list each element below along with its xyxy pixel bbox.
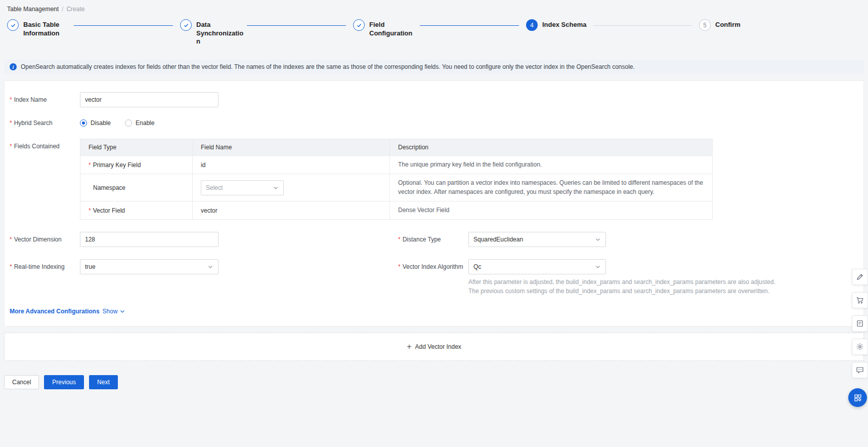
chevron-down-icon [595, 236, 601, 242]
hybrid-search-row: *Hybrid Search Disable Enable [10, 119, 863, 127]
more-advanced-configurations-link[interactable]: More Advanced Configurations Show [10, 308, 863, 315]
step-basic-table-information[interactable]: Basic Table Information [7, 19, 71, 37]
vector-index-algorithm-note: After this parameter is adjusted, the bu… [468, 278, 776, 296]
step-5-label: Confirm [715, 19, 763, 29]
step-3-label: Field Configuration [369, 19, 417, 37]
vector-index-algorithm-select[interactable]: Qc [468, 259, 606, 274]
realtime-indexing-value: true [85, 263, 96, 270]
distance-type-label: *Distance Type [398, 236, 468, 243]
step-connector-1 [74, 25, 173, 26]
floating-toolbar [852, 269, 868, 378]
hybrid-search-enable-option[interactable]: Enable [125, 119, 154, 127]
step-index-schema[interactable]: 4 Index Schema [526, 19, 590, 31]
primary-key-field-type: *Primary Key Field [80, 155, 193, 174]
fields-table-header-row: Field Type Field Name Description [80, 139, 713, 155]
chevron-down-icon [273, 185, 279, 191]
dimension-distance-row: *Vector Dimension *Distance Type Squared… [10, 232, 863, 247]
vector-dimension-input[interactable] [80, 232, 219, 247]
check-icon [356, 22, 362, 28]
check-icon [10, 22, 16, 28]
check-icon [183, 22, 189, 28]
realtime-algorithm-row: *Real-time Indexing true *Vector Index A… [10, 259, 863, 296]
breadcrumb-create: Create [66, 6, 84, 13]
plus-icon: + [407, 343, 411, 351]
step-connector-3 [420, 25, 519, 26]
radio-checked-icon[interactable] [80, 119, 87, 127]
step-1-check-circle [7, 19, 19, 31]
namespace-field-name-cell: Select [193, 174, 390, 201]
hybrid-search-radio-group: Disable Enable [80, 119, 154, 127]
chevron-down-icon [595, 264, 601, 270]
add-vector-index-button[interactable]: + Add Vector Index [4, 333, 864, 361]
previous-button[interactable]: Previous [44, 375, 84, 389]
index-name-input[interactable] [80, 92, 219, 107]
breadcrumb-table-management[interactable]: Table Management [7, 6, 59, 13]
breadcrumb: Table Management / Create [0, 0, 868, 13]
settings-gear-icon[interactable] [852, 339, 868, 355]
hybrid-search-disable-option[interactable]: Disable [80, 119, 111, 127]
vector-field-description: Dense Vector Field [390, 201, 713, 220]
step-2-check-circle [180, 19, 192, 31]
chevron-down-icon [119, 308, 125, 314]
index-name-row: *Index Name [10, 92, 863, 107]
step-connector-4 [593, 25, 692, 26]
step-wizard: Basic Table Information Data Synchroniza… [7, 19, 763, 46]
add-vector-index-label: Add Vector Index [415, 343, 461, 350]
hybrid-search-label: *Hybrid Search [10, 119, 80, 127]
step-1-label: Basic Table Information [23, 19, 71, 37]
header-description: Description [390, 139, 713, 155]
step-5-number-circle: 5 [699, 19, 711, 31]
next-button[interactable]: Next [89, 375, 118, 389]
more-advanced-toggle[interactable]: Show [103, 308, 125, 315]
ticket-icon[interactable] [852, 315, 868, 332]
vector-index-algorithm-value: Qc [473, 263, 481, 270]
namespace-select-placeholder: Select [206, 184, 223, 191]
hybrid-search-disable-label: Disable [91, 119, 111, 127]
header-field-type: Field Type [80, 139, 193, 155]
console-apps-icon [853, 393, 862, 402]
info-icon: i [10, 63, 17, 70]
primary-key-description: The unique primary key field in the fiel… [390, 155, 713, 174]
namespace-description: Optional. You can partition a vector ind… [390, 174, 713, 201]
table-row-namespace: Namespace Select Optional. You can parti… [80, 174, 713, 201]
realtime-indexing-select[interactable]: true [80, 259, 219, 274]
step-3-check-circle [353, 19, 365, 31]
vector-field-type: *Vector Field [80, 201, 193, 220]
distance-type-value: SquaredEuclidean [473, 236, 523, 243]
step-2-label: Data Synchronization [196, 19, 244, 46]
vector-field-name: vector [193, 201, 390, 220]
vector-dimension-label: *Vector Dimension [10, 236, 80, 243]
console-apps-fab[interactable] [848, 388, 867, 407]
info-banner-text: OpenSearch automatically creates indexes… [21, 63, 635, 70]
index-schema-form-card: *Index Name *Hybrid Search Disable Enabl… [4, 80, 864, 327]
chevron-down-icon [207, 264, 213, 270]
step-connector-2 [247, 25, 346, 26]
fields-contained-table: Field Type Field Name Description *Prima… [80, 139, 713, 220]
vector-index-algorithm-group: Qc After this parameter is adjusted, the… [468, 259, 776, 296]
table-row-primary-key: *Primary Key Field id The unique primary… [80, 155, 713, 174]
step-field-configuration[interactable]: Field Configuration [353, 19, 417, 37]
info-banner: i OpenSearch automatically creates index… [4, 60, 864, 74]
index-name-label: *Index Name [10, 96, 80, 103]
edit-icon[interactable] [852, 269, 868, 285]
realtime-indexing-label: *Real-time Indexing [10, 259, 80, 270]
footer-actions: Cancel Previous Next [4, 375, 864, 389]
vector-index-algorithm-label: *Vector Index Algorithm [398, 259, 468, 270]
namespace-field-type: Namespace [80, 174, 193, 201]
cancel-button[interactable]: Cancel [4, 375, 39, 389]
breadcrumb-separator: / [62, 6, 63, 13]
step-4-label: Index Schema [542, 19, 590, 29]
radio-unchecked-icon[interactable] [125, 119, 132, 127]
step-data-synchronization[interactable]: Data Synchronization [180, 19, 244, 46]
hybrid-search-enable-label: Enable [136, 119, 154, 127]
fields-contained-row: *Fields Contained Field Type Field Name … [10, 139, 863, 220]
table-row-vector-field: *Vector Field vector Dense Vector Field [80, 201, 713, 220]
header-field-name: Field Name [193, 139, 390, 155]
step-4-number-circle: 4 [526, 19, 538, 31]
primary-key-field-name: id [193, 155, 390, 174]
feedback-chat-icon[interactable] [852, 362, 868, 378]
namespace-select[interactable]: Select [201, 180, 284, 195]
cart-icon[interactable] [852, 292, 868, 308]
step-confirm[interactable]: 5 Confirm [699, 19, 763, 31]
distance-type-select[interactable]: SquaredEuclidean [468, 232, 606, 247]
